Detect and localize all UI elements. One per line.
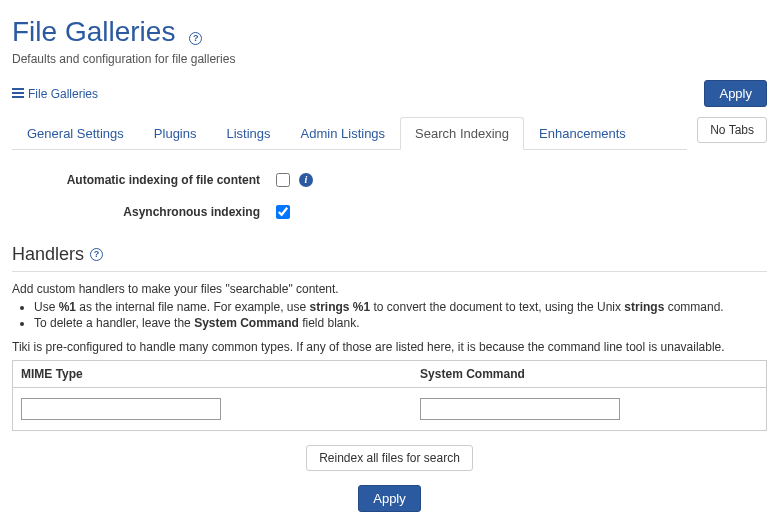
page-title: File Galleries ? bbox=[12, 16, 767, 48]
svg-rect-2 bbox=[12, 96, 24, 98]
page-title-text: File Galleries bbox=[12, 16, 175, 47]
row-async-indexing: Asynchronous indexing bbox=[12, 202, 767, 222]
handlers-heading: Handlers ? bbox=[12, 244, 767, 272]
help-icon[interactable]: ? bbox=[189, 32, 202, 45]
reindex-button[interactable]: Reindex all files for search bbox=[306, 445, 473, 471]
tab-bar: General SettingsPluginsListingsAdmin Lis… bbox=[12, 117, 767, 150]
label-auto-indexing: Automatic indexing of file content bbox=[12, 173, 272, 187]
system-command-input[interactable] bbox=[420, 398, 620, 420]
tab-admin-listings[interactable]: Admin Listings bbox=[286, 117, 401, 150]
svg-rect-0 bbox=[12, 88, 24, 90]
handlers-preconf: Tiki is pre-configured to handle many co… bbox=[12, 340, 767, 354]
help-icon[interactable]: ? bbox=[90, 248, 103, 261]
table-row bbox=[13, 388, 767, 431]
breadcrumb-file-galleries[interactable]: File Galleries bbox=[12, 87, 98, 101]
row-auto-indexing: Automatic indexing of file content i bbox=[12, 170, 767, 190]
tab-enhancements[interactable]: Enhancements bbox=[524, 117, 641, 150]
list-icon bbox=[12, 87, 24, 101]
tab-listings[interactable]: Listings bbox=[211, 117, 285, 150]
col-header-mime: MIME Type bbox=[13, 361, 413, 388]
handlers-intro: Add custom handlers to make your files "… bbox=[12, 282, 767, 296]
form-section: Automatic indexing of file content i Asy… bbox=[12, 170, 767, 222]
top-bar: File Galleries Apply bbox=[12, 80, 767, 107]
checkbox-auto-indexing[interactable] bbox=[276, 173, 290, 187]
handlers-heading-text: Handlers bbox=[12, 244, 84, 265]
checkbox-async-indexing[interactable] bbox=[276, 205, 290, 219]
tab-plugins[interactable]: Plugins bbox=[139, 117, 212, 150]
list-item: To delete a handler, leave the System Co… bbox=[34, 316, 767, 330]
label-async-indexing: Asynchronous indexing bbox=[12, 205, 272, 219]
page-subtitle: Defaults and configuration for file gall… bbox=[12, 52, 767, 66]
info-icon[interactable]: i bbox=[299, 173, 313, 187]
handlers-table: MIME Type System Command bbox=[12, 360, 767, 431]
breadcrumb-label: File Galleries bbox=[28, 87, 98, 101]
apply-button-top[interactable]: Apply bbox=[704, 80, 767, 107]
col-header-cmd: System Command bbox=[412, 361, 766, 388]
list-item: Use %1 as the internal file name. For ex… bbox=[34, 300, 767, 314]
no-tabs-button[interactable]: No Tabs bbox=[697, 117, 767, 143]
svg-rect-1 bbox=[12, 92, 24, 94]
tab-search-indexing[interactable]: Search Indexing bbox=[400, 117, 524, 150]
handlers-bullets: Use %1 as the internal file name. For ex… bbox=[34, 300, 767, 330]
mime-type-input[interactable] bbox=[21, 398, 221, 420]
tab-general-settings[interactable]: General Settings bbox=[12, 117, 139, 150]
apply-button-bottom[interactable]: Apply bbox=[358, 485, 421, 512]
